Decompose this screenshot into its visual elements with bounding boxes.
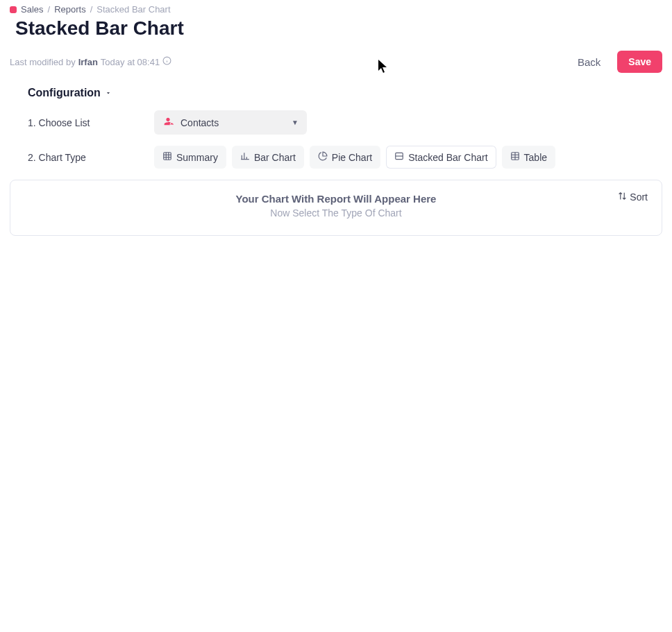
chart-type-group: Summary Bar Chart Pie Chart Stacked Bar … [154,146,555,169]
modified-user: Irfan [78,57,98,67]
modified-prefix: Last modified by [10,57,76,67]
ct-label: Pie Chart [332,152,372,163]
save-button[interactable]: Save [617,51,662,73]
summary-icon [162,151,172,163]
header-actions: Back Save [572,51,662,73]
breadcrumb-link-sales[interactable]: Sales [21,4,44,15]
breadcrumb-sep: / [90,4,93,15]
config-title-label: Configuration [28,87,101,99]
choose-list-label: 1. Choose List [28,117,154,128]
chart-placeholder-panel: Sort Your Chart With Report Will Appear … [10,180,662,236]
configuration-section: Configuration 1. Choose List Contacts ▼ … [0,77,672,169]
config-title[interactable]: Configuration [28,87,662,99]
chevron-down-icon [105,87,112,99]
ct-label: Stacked Bar Chart [408,152,487,163]
placeholder-subtitle: Now Select The Type Of Chart [24,207,648,219]
sort-label: Sort [630,191,648,203]
config-row-chart-type: 2. Chart Type Summary Bar Chart Pie Char… [28,146,662,169]
bar-chart-icon [240,151,250,163]
breadcrumb: Sales / Reports / Stacked Bar Chart [0,0,672,16]
placeholder-title: Your Chart With Report Will Appear Here [24,193,648,205]
back-button[interactable]: Back [572,52,606,72]
config-row-choose-list: 1. Choose List Contacts ▼ [28,110,662,135]
ct-label: Table [524,152,547,163]
sort-button[interactable]: Sort [618,191,648,203]
chart-type-pie[interactable]: Pie Chart [310,146,380,169]
meta-row: Last modified by Irfan Today at 08:41 Ba… [0,42,672,77]
stacked-bar-icon [394,151,404,163]
choose-list-value: Contacts [180,117,219,128]
ct-label: Bar Chart [254,152,296,163]
choose-list-select[interactable]: Contacts ▼ [154,110,307,135]
chart-type-table[interactable]: Table [502,146,555,169]
pie-chart-icon [318,151,328,163]
breadcrumb-link-reports[interactable]: Reports [54,4,86,15]
chart-type-stacked-bar[interactable]: Stacked Bar Chart [386,146,496,169]
svg-rect-3 [164,153,171,160]
chart-type-label: 2. Chart Type [28,152,154,163]
info-icon[interactable] [162,56,171,67]
breadcrumb-sep: / [48,4,51,15]
caret-down-icon: ▼ [292,119,299,126]
sort-icon [618,191,627,203]
contacts-icon [162,116,174,129]
chart-type-bar[interactable]: Bar Chart [232,146,304,169]
ct-label: Summary [176,152,218,163]
table-icon [510,151,520,163]
modified-time: Today at 08:41 [101,57,160,67]
last-modified-text: Last modified by Irfan Today at 08:41 [10,56,171,67]
breadcrumb-current: Stacked Bar Chart [96,4,170,15]
chart-type-summary[interactable]: Summary [154,146,226,169]
page-title: Stacked Bar Chart [0,16,672,42]
app-icon [10,6,17,13]
